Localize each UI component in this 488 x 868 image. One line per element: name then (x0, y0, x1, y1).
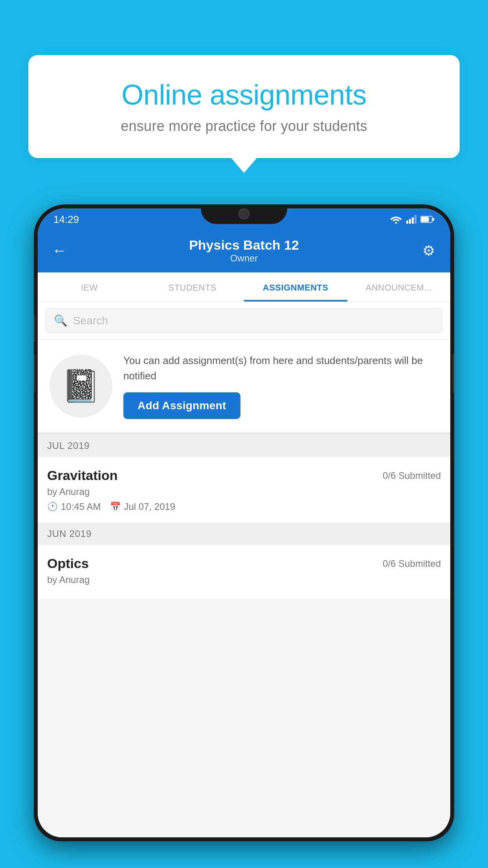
assignment-submitted-optics: 0/6 Submitted (383, 556, 441, 569)
assignment-top: Gravitation 0/6 Submitted (47, 468, 441, 483)
promo-description: You can add assignment(s) from here and … (123, 353, 438, 384)
svg-point-0 (395, 222, 397, 224)
assignment-author: by Anurag (47, 486, 441, 497)
phone-wrapper: 14:29 (34, 204, 454, 868)
volume-up-button (34, 314, 35, 342)
section-header-jul: JUL 2019 (38, 435, 450, 457)
status-time: 14:29 (53, 213, 79, 226)
svg-rect-4 (415, 215, 416, 224)
add-assignment-button[interactable]: Add Assignment (123, 392, 240, 419)
power-button (453, 354, 454, 393)
assignment-meta: 🕐 10:45 AM 📅 Jul 07, 2019 (47, 501, 441, 512)
assignment-item-gravitation[interactable]: Gravitation 0/6 Submitted by Anurag 🕐 10… (38, 457, 450, 523)
front-camera (238, 208, 250, 219)
back-button[interactable]: ← (50, 242, 69, 259)
bubble-title: Online assignments (56, 79, 432, 111)
promo-section: 📓 You can add assignment(s) from here an… (38, 340, 450, 435)
bubble-subtitle: ensure more practice for your students (56, 118, 432, 134)
assignment-illustration-icon: 📓 (61, 368, 101, 405)
meta-time: 🕐 10:45 AM (47, 501, 101, 512)
svg-rect-3 (412, 217, 414, 224)
status-icons (390, 215, 435, 224)
svg-rect-7 (433, 218, 434, 221)
app-header: ← Physics Batch 12 Owner ⚙ (38, 230, 450, 272)
phone-frame: 14:29 (34, 204, 454, 841)
tabs: IEW STUDENTS ASSIGNMENTS ANNOUNCEM... (38, 272, 450, 302)
battery-icon (420, 215, 435, 223)
signal-icon (406, 215, 416, 224)
assignment-top-optics: Optics 0/6 Submitted (47, 556, 441, 571)
phone-notch (201, 204, 287, 224)
settings-button[interactable]: ⚙ (419, 243, 438, 259)
assignment-time: 10:45 AM (61, 501, 101, 512)
content-area: 🔍 Search 📓 You can add assignment(s) fro… (38, 302, 450, 837)
phone-screen: 14:29 (38, 208, 450, 837)
assignment-date: Jul 07, 2019 (124, 501, 175, 512)
search-bar-wrapper: 🔍 Search (38, 302, 450, 340)
header-subtitle: Owner (69, 253, 419, 264)
header-title: Physics Batch 12 (69, 237, 419, 253)
assignment-name-optics: Optics (47, 556, 89, 571)
search-icon: 🔍 (54, 314, 68, 327)
header-center: Physics Batch 12 Owner (69, 237, 419, 264)
assignment-item-optics[interactable]: Optics 0/6 Submitted by Anurag (38, 545, 450, 600)
assignment-submitted: 0/6 Submitted (383, 468, 441, 481)
meta-date: 📅 Jul 07, 2019 (110, 501, 175, 512)
assignment-author-optics: by Anurag (47, 574, 441, 585)
search-placeholder: Search (73, 314, 108, 327)
wifi-icon (390, 215, 402, 224)
clock-icon: 🕐 (47, 502, 58, 512)
section-header-jun: JUN 2019 (38, 523, 450, 545)
tab-announcements[interactable]: ANNOUNCEM... (347, 272, 451, 302)
tab-assignments[interactable]: ASSIGNMENTS (244, 272, 347, 302)
tab-iew[interactable]: IEW (38, 272, 141, 302)
svg-rect-6 (421, 217, 429, 222)
speech-bubble-wrapper: Online assignments ensure more practice … (28, 55, 460, 158)
calendar-icon: 📅 (110, 502, 121, 512)
assignment-name: Gravitation (47, 468, 117, 483)
promo-icon-circle: 📓 (50, 355, 112, 417)
tab-students[interactable]: STUDENTS (141, 272, 244, 302)
svg-rect-1 (406, 221, 408, 224)
volume-down-button (34, 354, 35, 393)
promo-right: You can add assignment(s) from here and … (123, 353, 438, 419)
search-bar[interactable]: 🔍 Search (46, 308, 442, 333)
speech-bubble: Online assignments ensure more practice … (28, 55, 460, 158)
svg-rect-2 (409, 219, 411, 224)
